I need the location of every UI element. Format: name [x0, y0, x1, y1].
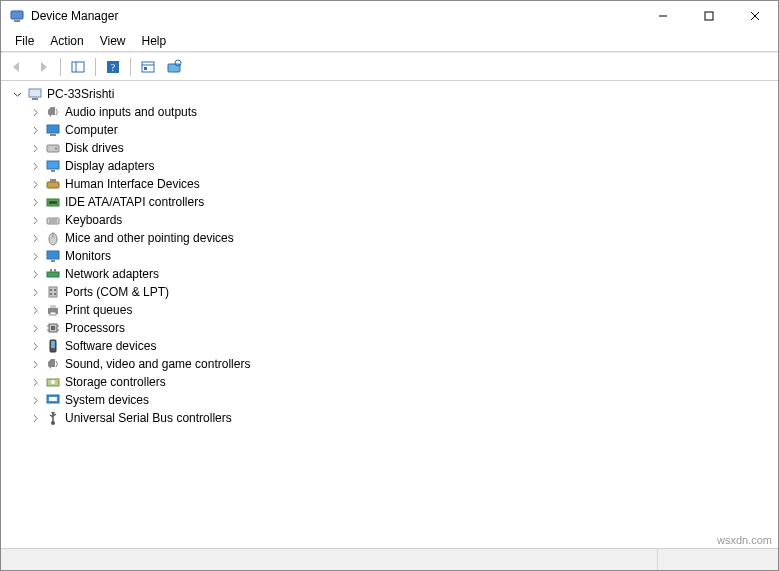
- device-tree-pane[interactable]: PC-33Srishti Audio inputs and outputsCom…: [1, 81, 778, 548]
- expand-icon[interactable]: [29, 232, 41, 244]
- properties-button[interactable]: [136, 56, 160, 78]
- tree-node-row[interactable]: Disk drives: [29, 139, 772, 157]
- expand-icon[interactable]: [29, 160, 41, 172]
- tree-node-row[interactable]: Human Interface Devices: [29, 175, 772, 193]
- menubar: File Action View Help: [1, 31, 778, 51]
- toolbar: ?: [1, 53, 778, 81]
- tree-node-label: Computer: [65, 121, 118, 139]
- expand-icon[interactable]: [29, 358, 41, 370]
- expand-icon[interactable]: [29, 376, 41, 388]
- expand-icon[interactable]: [29, 304, 41, 316]
- tree-node-row[interactable]: Storage controllers: [29, 373, 772, 391]
- expand-icon[interactable]: [29, 124, 41, 136]
- menu-file[interactable]: File: [7, 32, 42, 50]
- tree-node-label: Ports (COM & LPT): [65, 283, 169, 301]
- tree-node-row[interactable]: Monitors: [29, 247, 772, 265]
- svg-text:?: ?: [111, 62, 116, 73]
- minimize-button[interactable]: [640, 1, 686, 31]
- svg-rect-0: [11, 11, 23, 19]
- expand-icon[interactable]: [29, 250, 41, 262]
- svg-rect-24: [47, 161, 59, 169]
- tree-node-label: System devices: [65, 391, 149, 409]
- tree-node-row[interactable]: Display adapters: [29, 157, 772, 175]
- expand-icon[interactable]: [29, 412, 41, 424]
- help-button[interactable]: ?: [101, 56, 125, 78]
- tree-root-row[interactable]: PC-33Srishti: [11, 85, 772, 103]
- expand-icon[interactable]: [29, 196, 41, 208]
- close-button[interactable]: [732, 1, 778, 31]
- svg-point-44: [54, 293, 56, 295]
- expand-icon[interactable]: [29, 106, 41, 118]
- computer-root-icon: [27, 86, 43, 102]
- svg-point-23: [55, 148, 57, 150]
- processor-icon: [45, 320, 61, 336]
- svg-rect-18: [32, 98, 38, 100]
- tree-node-row[interactable]: Network adapters: [29, 265, 772, 283]
- show-hide-console-tree-button[interactable]: [66, 56, 90, 78]
- tree-node-row[interactable]: Sound, video and game controllers: [29, 355, 772, 373]
- svg-rect-3: [705, 12, 713, 20]
- toolbar-separator: [130, 58, 131, 76]
- watermark: wsxdn.com: [717, 534, 772, 546]
- expand-icon[interactable]: [29, 214, 41, 226]
- statusbar: [1, 548, 778, 570]
- menu-help[interactable]: Help: [134, 32, 175, 50]
- tree-node-row[interactable]: Print queues: [29, 301, 772, 319]
- expand-icon[interactable]: [29, 340, 41, 352]
- usb-icon: [45, 410, 61, 426]
- tree-node-row[interactable]: Audio inputs and outputs: [29, 103, 772, 121]
- expand-icon[interactable]: [29, 322, 41, 334]
- tree-node-row[interactable]: Mice and other pointing devices: [29, 229, 772, 247]
- expand-icon[interactable]: [29, 178, 41, 190]
- tree-node-label: Display adapters: [65, 157, 154, 175]
- software-icon: [45, 338, 61, 354]
- tree-node-row[interactable]: Ports (COM & LPT): [29, 283, 772, 301]
- tree-node-row[interactable]: IDE ATA/ATAPI controllers: [29, 193, 772, 211]
- svg-rect-8: [72, 62, 84, 72]
- expand-icon[interactable]: [29, 142, 41, 154]
- tree-node-row[interactable]: System devices: [29, 391, 772, 409]
- tree-node-label: Human Interface Devices: [65, 175, 200, 193]
- tree-node-label: Keyboards: [65, 211, 122, 229]
- collapse-icon[interactable]: [11, 88, 23, 100]
- tree-node-row[interactable]: Universal Serial Bus controllers: [29, 409, 772, 427]
- tree-node-label: Print queues: [65, 301, 132, 319]
- tree-node-label: Mice and other pointing devices: [65, 229, 234, 247]
- titlebar: Device Manager: [1, 1, 778, 31]
- menu-view[interactable]: View: [92, 32, 134, 50]
- tree-node-label: Audio inputs and outputs: [65, 103, 197, 121]
- expand-icon[interactable]: [29, 268, 41, 280]
- expand-icon[interactable]: [29, 286, 41, 298]
- svg-rect-39: [54, 269, 56, 272]
- menu-action[interactable]: Action: [42, 32, 91, 50]
- svg-point-58: [51, 380, 55, 384]
- svg-rect-1: [14, 20, 20, 22]
- tree-node-label: Monitors: [65, 247, 111, 265]
- svg-rect-22: [47, 145, 59, 152]
- tree-node-row[interactable]: Computer: [29, 121, 772, 139]
- svg-rect-27: [50, 179, 56, 182]
- tree-node-label: Processors: [65, 319, 125, 337]
- svg-rect-46: [50, 305, 56, 308]
- sound-icon: [45, 356, 61, 372]
- tree-node-label: Storage controllers: [65, 373, 166, 391]
- expand-icon[interactable]: [29, 394, 41, 406]
- tree-node-row[interactable]: Software devices: [29, 337, 772, 355]
- tree-node-label: Disk drives: [65, 139, 124, 157]
- monitor-icon: [45, 248, 61, 264]
- maximize-button[interactable]: [686, 1, 732, 31]
- tree-node-row[interactable]: Keyboards: [29, 211, 772, 229]
- svg-rect-29: [49, 201, 57, 204]
- disk-icon: [45, 140, 61, 156]
- toolbar-separator: [95, 58, 96, 76]
- tree-node-row[interactable]: Processors: [29, 319, 772, 337]
- svg-point-41: [50, 289, 52, 291]
- tree-node-label: Universal Serial Bus controllers: [65, 409, 232, 427]
- svg-point-43: [50, 293, 52, 295]
- scan-hardware-button[interactable]: [162, 56, 186, 78]
- display-icon: [45, 158, 61, 174]
- svg-rect-55: [51, 341, 55, 348]
- toolbar-separator: [60, 58, 61, 76]
- svg-rect-40: [49, 287, 57, 297]
- keyboard-icon: [45, 212, 61, 228]
